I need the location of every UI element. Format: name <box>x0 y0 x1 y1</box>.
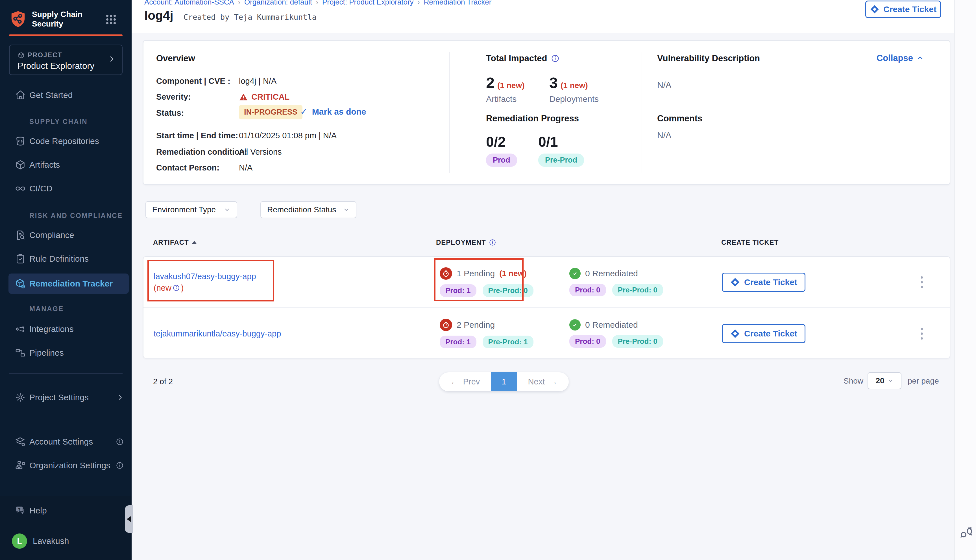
row-menu-kebab-icon[interactable] <box>921 276 923 288</box>
svg-text:?: ? <box>18 507 21 512</box>
code-repo-icon <box>15 135 26 147</box>
create-ticket-button[interactable]: Create Ticket <box>722 324 806 343</box>
card-divider <box>449 52 450 173</box>
ticket-diamond-icon <box>730 277 740 287</box>
deployment-cell: 2 Pending Prod: 1 Pre-Prod: 1 <box>440 308 534 359</box>
sidebar-item-help[interactable]: ? Help <box>0 501 132 520</box>
pending-icon <box>440 319 452 331</box>
user-name: Lavakush <box>33 536 69 546</box>
sidebar-divider <box>9 373 123 374</box>
collapse-link[interactable]: Collapse <box>877 53 924 63</box>
breadcrumb-project[interactable]: Project: Product Exploratory <box>322 0 414 6</box>
results-count: 2 of 2 <box>153 377 173 386</box>
row-menu-kebab-icon[interactable] <box>921 328 923 340</box>
section-risk-and-compliance: RISK AND COMPLIANCE <box>29 212 123 220</box>
prod-count-badge: Prod: 1 <box>440 336 476 348</box>
info-icon[interactable] <box>116 462 124 469</box>
chevron-right-icon <box>107 55 116 63</box>
page-header: Account: Automation-SSCA›Organization: d… <box>132 0 954 33</box>
preprod-count-badge: Pre-Prod: 1 <box>483 336 534 348</box>
severity-value: CRITICAL <box>239 92 289 102</box>
collapse-arrow-icon <box>127 516 131 522</box>
create-ticket-button[interactable]: Create Ticket <box>865 0 941 18</box>
page-size-select[interactable]: 20 <box>868 372 901 389</box>
section-manage: MANAGE <box>29 305 64 313</box>
info-icon[interactable] <box>116 438 124 446</box>
gear-icon <box>15 392 26 403</box>
shield-logo-icon <box>9 10 27 28</box>
impact-column: Total Impacted 2(1 new) Artifacts 3(1 ne… <box>486 41 639 184</box>
sidebar-item-integrations[interactable]: Integrations <box>0 320 132 339</box>
condition-row: Remediation condition: All Versions <box>156 147 447 157</box>
breadcrumb-separator: › <box>316 0 318 6</box>
preprod-count-badge: Pre-Prod: 0 <box>612 284 663 297</box>
chevron-up-icon <box>916 55 924 62</box>
project-selector[interactable]: PROJECT Product Exploratory <box>9 45 123 75</box>
infinity-icon <box>15 183 26 194</box>
artifact-link[interactable]: tejakummarikuntla/easy-buggy-app <box>153 329 281 338</box>
ticket-diamond-icon <box>870 5 879 14</box>
progress-prod-stat: 0/2 Prod <box>486 134 517 167</box>
progress-preprod-stat: 0/1 Pre-Prod <box>538 134 584 167</box>
page-number-button[interactable]: 1 <box>491 372 517 391</box>
contact-row: Contact Person: N/A <box>156 163 447 172</box>
sidebar-item-artifacts[interactable]: Artifacts <box>0 155 132 175</box>
integrations-icon <box>15 323 26 335</box>
status-badge: IN-PROGRESS <box>239 105 302 119</box>
chevron-right-icon <box>116 394 124 401</box>
remediation-progress-title: Remediation Progress <box>486 113 579 123</box>
pagination-control: ← Prev 1 Next → <box>439 372 569 391</box>
impacted-artifacts-stat: 2(1 new) Artifacts <box>486 74 525 104</box>
impacted-deployments-stat: 3(1 new) Deployments <box>549 74 599 104</box>
remediated-cell: 0 Remediated Prod: 0 Pre-Prod: 0 <box>569 308 663 359</box>
breadcrumb-page[interactable]: Remediation Tracker <box>424 0 492 6</box>
column-header-create-ticket: CREATE TICKET <box>721 238 779 247</box>
preprod-count-badge: Pre-Prod: 0 <box>612 335 663 348</box>
sidebar-item-pipelines[interactable]: Pipelines <box>0 343 132 362</box>
sidebar-item-project-settings[interactable]: Project Settings <box>0 388 132 407</box>
right-edge-strip <box>954 0 976 560</box>
sidebar-item-account-settings[interactable]: Account Settings <box>0 432 132 451</box>
comments-value: N/A <box>657 130 671 140</box>
app-grid-icon[interactable] <box>106 15 116 24</box>
info-icon[interactable] <box>551 54 559 63</box>
section-supply-chain: SUPPLY CHAIN <box>29 118 88 126</box>
annotation-box-deployment <box>434 258 524 301</box>
sidebar-item-organization-settings[interactable]: Organization Settings <box>0 456 132 475</box>
sidebar-collapse-handle[interactable] <box>125 505 133 533</box>
mark-as-done-link[interactable]: ✓ Mark as done <box>300 107 366 117</box>
sidebar-item-code-repositories[interactable]: Code Repositories <box>0 132 132 151</box>
column-header-artifact[interactable]: ARTIFACT <box>153 238 197 247</box>
vulnerability-description-value: N/A <box>657 80 671 90</box>
per-page-label: per page <box>908 377 939 385</box>
sidebar-item-rule-definitions[interactable]: Rule Definitions <box>0 249 132 268</box>
sidebar-item-compliance[interactable]: Compliance <box>0 225 132 245</box>
component-value: log4j | N/A <box>239 77 277 86</box>
user-menu[interactable]: L Lavakush <box>0 532 132 551</box>
create-ticket-button[interactable]: Create Ticket <box>722 273 806 292</box>
next-page-button[interactable]: Next → <box>517 377 569 387</box>
chevron-down-icon <box>887 378 894 384</box>
support-chat-icon[interactable] <box>959 525 974 540</box>
created-by-text: Created by Teja Kummarikuntla <box>184 13 317 22</box>
artifact-cell: tejakummarikuntla/easy-buggy-app <box>153 329 281 338</box>
info-icon[interactable] <box>489 239 496 246</box>
brand-accent-rule <box>9 35 123 36</box>
project-name: Product Exploratory <box>18 61 94 71</box>
sidebar-item-get-started[interactable]: Get Started <box>0 85 132 105</box>
severity-row: Severity: CRITICAL <box>156 92 447 102</box>
overview-column: Overview Component | CVE : log4j | N/A S… <box>156 41 447 184</box>
main-content: Account: Automation-SSCA›Organization: d… <box>132 0 954 560</box>
prev-page-button[interactable]: ← Prev <box>439 377 491 387</box>
chevron-down-icon <box>343 206 350 213</box>
breadcrumb-org[interactable]: Organization: default <box>244 0 312 6</box>
environment-type-filter[interactable]: Environment Type <box>145 201 237 218</box>
warning-triangle-icon <box>239 93 248 102</box>
breadcrumb-account[interactable]: Account: Automation-SSCA <box>144 0 234 6</box>
sidebar-item-cicd[interactable]: CI/CD <box>0 179 132 198</box>
remediation-status-filter[interactable]: Remediation Status <box>260 201 356 218</box>
sidebar-item-remediation-tracker[interactable]: Remediation Tracker <box>8 273 129 294</box>
status-row: Status: IN-PROGRESS ✓ Mark as done <box>156 105 447 114</box>
layers-gear-icon <box>15 436 26 447</box>
breadcrumb: Account: Automation-SSCA›Organization: d… <box>144 0 491 7</box>
